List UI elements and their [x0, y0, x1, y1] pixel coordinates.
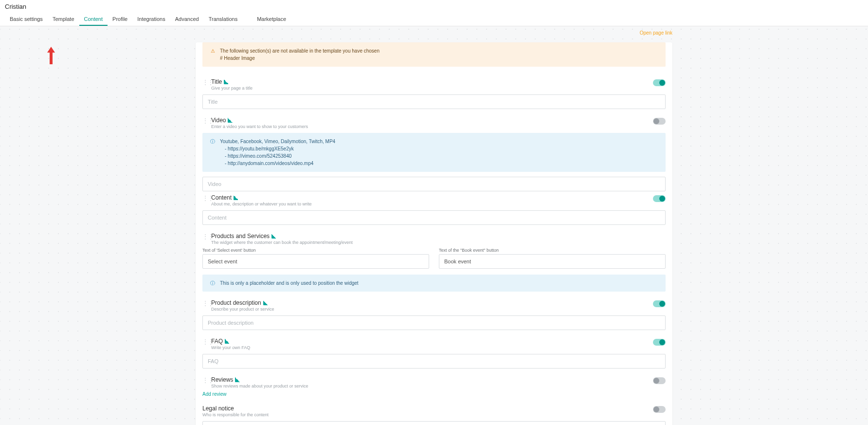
edit-icon[interactable]: [225, 339, 230, 344]
book-event-input[interactable]: [439, 254, 666, 269]
select-event-label: Text of 'Select event' button: [202, 248, 429, 253]
drag-handle-icon[interactable]: ⋮⋮: [202, 195, 208, 201]
tab-translations[interactable]: Translations: [204, 13, 243, 26]
toggle-legal[interactable]: [653, 406, 666, 413]
toggle-video[interactable]: [653, 118, 666, 125]
section-product-description: ⋮⋮ Product description Describe your pro…: [196, 296, 672, 335]
toggle-title[interactable]: [653, 79, 666, 86]
open-page-link[interactable]: Open page link: [640, 30, 672, 36]
tab-template[interactable]: Template: [48, 13, 79, 26]
content-heading: Content: [211, 194, 232, 201]
warning-text-line1: The following section(s) are not availab…: [220, 47, 380, 55]
drag-handle-icon[interactable]: ⋮⋮: [202, 234, 208, 240]
edit-icon[interactable]: [234, 195, 238, 200]
product-desc-sub: Describe your product or service: [211, 307, 666, 312]
header: Cristian Basic settings Template Content…: [0, 0, 868, 26]
video-info-item: https://vimeo.com/524253840: [225, 152, 335, 160]
video-info-item: https://youtu.be/mkggXE5e2yk: [225, 145, 335, 152]
add-review-link[interactable]: Add review: [202, 391, 226, 397]
content-card: ⚠ The following section(s) are not avail…: [196, 42, 672, 425]
product-desc-input[interactable]: [202, 315, 666, 330]
video-info-item: http://anydomain.com/videos/video.mp4: [225, 160, 335, 167]
section-faq: ⋮⋮ FAQ Write your own FAQ: [196, 335, 672, 373]
products-info-text: This is only a placeholder and is only u…: [220, 279, 359, 287]
info-icon: ⓘ: [209, 138, 216, 167]
faq-heading: FAQ: [211, 338, 223, 345]
section-content: ⋮⋮ Content About me, description or what…: [196, 191, 672, 230]
tab-basic-settings[interactable]: Basic settings: [5, 13, 48, 26]
tab-advanced[interactable]: Advanced: [170, 13, 204, 26]
faq-input[interactable]: [202, 354, 666, 369]
reviews-sub: Show reviews made about your product or …: [211, 384, 666, 388]
video-input[interactable]: [202, 177, 666, 191]
annotation-arrow-icon: [46, 46, 56, 65]
tab-profile[interactable]: Profile: [108, 13, 132, 26]
reviews-heading: Reviews: [211, 376, 233, 383]
drag-handle-icon[interactable]: ⋮⋮: [202, 79, 208, 85]
edit-icon[interactable]: [235, 377, 240, 382]
section-video: ⋮⋮ Video Enter a video you want to show …: [196, 114, 672, 191]
open-page-link-row: Open page link: [196, 30, 672, 36]
edit-icon[interactable]: [271, 234, 276, 239]
section-title: ⋮⋮ Title Give your page a title: [196, 75, 672, 114]
section-products: ⋮⋮ Products and Services The widget wher…: [196, 230, 672, 296]
tab-marketplace[interactable]: Marketplace: [252, 13, 291, 26]
drag-handle-icon[interactable]: ⋮⋮: [202, 377, 208, 383]
products-heading: Products and Services: [211, 233, 270, 240]
title-input[interactable]: [202, 94, 666, 109]
drag-handle-icon[interactable]: ⋮⋮: [202, 339, 208, 345]
edit-icon[interactable]: [228, 118, 233, 123]
drag-handle-icon[interactable]: ⋮⋮: [202, 300, 208, 306]
warning-text-line2: # Header Image: [220, 55, 380, 62]
book-event-label: Text of the "Book event" button: [439, 248, 666, 253]
section-legal: Legal notice Who is responsible for the …: [196, 402, 672, 425]
toggle-content[interactable]: [653, 195, 666, 202]
edit-icon[interactable]: [224, 79, 229, 84]
faq-sub: Write your own FAQ: [211, 345, 666, 350]
drag-handle-icon[interactable]: ⋮⋮: [202, 118, 208, 124]
title-heading: Title: [211, 78, 222, 85]
tab-bar: Basic settings Template Content Profile …: [0, 13, 868, 26]
page-title: Cristian: [0, 0, 868, 13]
toggle-reviews[interactable]: [653, 377, 666, 384]
section-reviews: ⋮⋮ Reviews Show reviews made about your …: [196, 373, 672, 402]
toggle-product-description[interactable]: [653, 300, 666, 307]
legal-input[interactable]: [202, 421, 666, 425]
video-info-alert: ⓘ Youtube, Facebook, Vimeo, Dailymotion,…: [202, 133, 666, 172]
video-info-head: Youtube, Facebook, Vimeo, Dailymotion, T…: [220, 138, 335, 145]
warning-icon: ⚠: [209, 47, 216, 62]
info-icon: ⓘ: [209, 279, 216, 287]
content-sub: About me, description or whatever you wa…: [211, 202, 666, 206]
video-sub: Enter a video you want to show to your c…: [211, 124, 666, 129]
edit-icon[interactable]: [263, 300, 268, 305]
tab-integrations[interactable]: Integrations: [132, 13, 170, 26]
product-desc-heading: Product description: [211, 299, 261, 306]
select-event-input[interactable]: [202, 254, 429, 269]
legal-heading: Legal notice: [202, 405, 234, 412]
content-input[interactable]: [202, 210, 666, 225]
products-info-alert: ⓘ This is only a placeholder and is only…: [202, 275, 666, 292]
title-sub: Give your page a title: [211, 86, 666, 91]
legal-sub: Who is responsible for the content: [202, 412, 666, 417]
video-heading: Video: [211, 117, 226, 124]
products-sub: The widget where the customer can book t…: [211, 240, 666, 245]
toggle-faq[interactable]: [653, 339, 666, 346]
tab-content[interactable]: Content: [79, 13, 108, 26]
warning-alert: ⚠ The following section(s) are not avail…: [202, 42, 666, 67]
